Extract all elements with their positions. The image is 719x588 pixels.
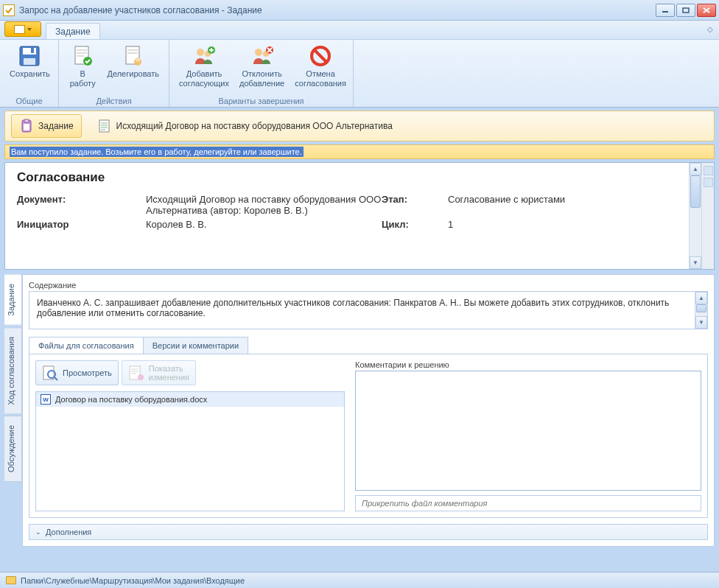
reject-people-icon: [250, 44, 274, 68]
cycle-value: 1: [448, 219, 677, 230]
chevron-down-icon: ⌄: [35, 528, 41, 536]
ribbon-tab-row: Задание ◇: [0, 21, 719, 40]
svg-rect-20: [24, 119, 29, 122]
content-box: Иванченко А. С. запрашивает добавление д…: [29, 291, 708, 329]
info-text: Вам поступило задание. Возьмите его в ра…: [10, 147, 304, 157]
maximize-button[interactable]: [676, 4, 695, 17]
magnifier-icon: [42, 365, 58, 381]
svg-rect-5: [31, 48, 34, 53]
changes-icon: [128, 365, 144, 381]
view-tab-doc[interactable]: Исходящий Договор на поставку оборудован…: [89, 114, 401, 138]
inner-tabs: Файлы для согласования Версии и коммента…: [29, 337, 708, 354]
svg-rect-3: [23, 48, 36, 55]
stage-value: Согласование с юристами: [448, 194, 677, 216]
scroll-thumb[interactable]: [690, 175, 701, 208]
info-band: Вам поступило задание. Возьмите его в ра…: [4, 144, 715, 159]
detail-panel: Согласование Документ: Исходящий Договор…: [4, 162, 715, 270]
ribbon-collapse-icon[interactable]: ◇: [707, 25, 713, 33]
svg-point-11: [197, 49, 204, 56]
comments-textarea[interactable]: [355, 371, 701, 491]
cycle-label: Цикл:: [382, 219, 448, 230]
close-button[interactable]: [697, 4, 716, 17]
svg-rect-22: [99, 120, 109, 132]
word-doc-icon: W: [41, 394, 51, 405]
doc-label: Документ:: [17, 194, 146, 216]
inner-tab-files[interactable]: Файлы для согласования: [29, 337, 144, 354]
detail-heading: Согласование: [17, 170, 677, 185]
ribbon-tab-task[interactable]: Задание: [46, 23, 100, 39]
ribbon: Сохранить Общие В работу Делегировать Де…: [0, 40, 719, 108]
cancel-icon: [309, 44, 332, 68]
minimize-button[interactable]: [656, 4, 675, 17]
inner-tab-versions[interactable]: Версии и комментарии: [143, 337, 248, 354]
content-scrollbar[interactable]: ▲ ▼: [695, 292, 707, 329]
sidetab-task[interactable]: Задание: [4, 274, 22, 326]
ribbon-group-actions: Действия: [59, 97, 169, 107]
folder-icon: [6, 576, 16, 584]
file-name: Договор на поставку оборудования.docx: [55, 395, 207, 404]
status-bar: Папки\Служебные\Маршрутизация\Мои задани…: [0, 572, 719, 588]
main-area: Задание Ход согласования Обсуждение Соде…: [4, 274, 715, 547]
to-work-icon: [71, 44, 94, 68]
attach-comment-file[interactable]: Прикрепить файл комментария: [355, 495, 701, 511]
stage-label: Этап:: [382, 194, 448, 216]
sidetab-progress[interactable]: Ход согласования: [4, 327, 22, 414]
svg-rect-4: [24, 58, 35, 65]
cancel-approval-button[interactable]: Отмена согласования: [290, 42, 351, 91]
svg-rect-1: [683, 8, 689, 13]
detail-scrollbar[interactable]: ▲ ▼: [689, 163, 701, 269]
content-text: Иванченко А. С. запрашивает добавление д…: [37, 298, 690, 323]
svg-point-27: [138, 374, 144, 380]
doc-value: Исходящий Договор на поставку оборудован…: [146, 194, 382, 216]
clipboard-icon: [19, 119, 34, 133]
add-people-icon: [192, 44, 216, 68]
ribbon-group-common: Общие: [0, 97, 58, 107]
file-list: W Договор на поставку оборудования.docx: [35, 391, 345, 511]
nav-marker-1[interactable]: [704, 166, 713, 175]
save-icon: [18, 44, 41, 68]
view-tab-task[interactable]: Задание: [11, 114, 82, 138]
scroll-down-icon[interactable]: ▼: [695, 316, 707, 329]
save-button[interactable]: Сохранить: [4, 42, 55, 91]
delegate-button[interactable]: Делегировать: [102, 42, 165, 91]
svg-line-25: [55, 377, 57, 380]
additions-expander[interactable]: ⌄ Дополнения: [29, 524, 708, 540]
to-work-button[interactable]: В работу: [63, 42, 102, 91]
svg-point-10: [136, 57, 140, 62]
status-path: Папки\Служебные\Маршрутизация\Мои задани…: [21, 576, 245, 585]
file-row[interactable]: W Договор на поставку оборудования.docx: [36, 392, 344, 407]
scroll-down-icon[interactable]: ▼: [690, 256, 701, 269]
scroll-thumb[interactable]: [696, 304, 706, 312]
titlebar: Запрос на добавление участников согласов…: [0, 0, 719, 21]
sidetab-discussion[interactable]: Обсуждение: [4, 416, 22, 482]
initiator-value: Королев В. В.: [146, 219, 382, 230]
window-title: Запрос на добавление участников согласов…: [19, 5, 656, 15]
document-icon: [97, 119, 112, 133]
view-file-button[interactable]: Просмотреть: [35, 360, 119, 385]
scroll-up-icon[interactable]: ▲: [695, 292, 707, 304]
app-menu-button[interactable]: [4, 21, 41, 37]
comments-label: Комментарии к решению: [355, 360, 701, 369]
scroll-up-icon[interactable]: ▲: [690, 163, 701, 175]
detail-nav: [701, 163, 714, 269]
delegate-icon: [122, 44, 145, 68]
nav-marker-2[interactable]: [704, 178, 713, 187]
svg-line-18: [315, 50, 326, 62]
view-tab-doc-label: Исходящий Договор на поставку оборудован…: [116, 121, 393, 131]
ribbon-group-variants: Варианты завершения: [169, 97, 353, 107]
inner-body: Просмотреть Показать изменения W Договор…: [29, 354, 708, 518]
initiator-label: Инициатор: [17, 219, 146, 230]
view-bar: Задание Исходящий Договор на поставку об…: [4, 111, 715, 141]
app-icon: [3, 4, 15, 16]
content-label: Содержание: [29, 281, 708, 290]
svg-point-14: [255, 49, 262, 56]
svg-rect-21: [24, 124, 29, 130]
reject-add-button[interactable]: Отклонить добавление: [234, 42, 290, 91]
show-changes-button: Показать изменения: [122, 360, 196, 385]
view-tab-task-label: Задание: [38, 121, 74, 131]
add-approvers-button[interactable]: Добавить согласующих: [174, 42, 234, 91]
